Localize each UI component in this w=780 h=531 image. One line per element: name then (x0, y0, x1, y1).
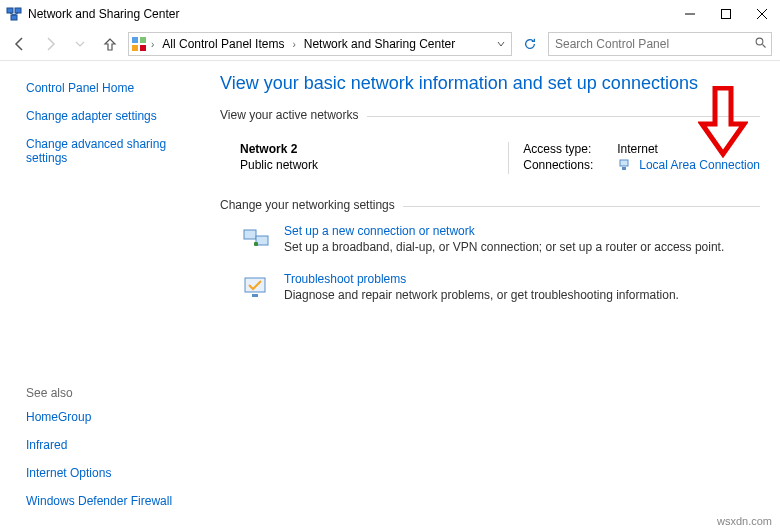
window-title: Network and Sharing Center (28, 7, 672, 21)
search-input[interactable] (553, 36, 755, 52)
footer-watermark: wsxdn.com (717, 515, 772, 527)
active-network-row: Network 2 Public network Access type: In… (220, 142, 760, 174)
sidebar-link-advanced[interactable]: Change advanced sharing settings (26, 137, 186, 165)
close-button[interactable] (744, 0, 780, 28)
connections-label: Connections: (523, 158, 609, 172)
breadcrumb[interactable]: › All Control Panel Items › Network and … (128, 32, 512, 56)
svg-rect-15 (620, 160, 628, 166)
svg-rect-1 (15, 8, 21, 13)
troubleshoot-row: Troubleshoot problems Diagnose and repai… (220, 272, 760, 304)
access-type-label: Access type: (523, 142, 609, 156)
svg-rect-12 (140, 45, 146, 51)
maximize-button[interactable] (708, 0, 744, 28)
seealso-firewall[interactable]: Windows Defender Firewall (26, 494, 200, 508)
svg-rect-17 (244, 230, 256, 239)
sidebar-link-adapter[interactable]: Change adapter settings (26, 109, 200, 123)
troubleshoot-link[interactable]: Troubleshoot problems (284, 272, 679, 286)
recent-dropdown[interactable] (68, 32, 92, 56)
seealso-internet-options[interactable]: Internet Options (26, 466, 200, 480)
breadcrumb-seg-1[interactable]: All Control Panel Items (158, 37, 288, 51)
setup-connection-row: Set up a new connection or network Set u… (220, 224, 760, 256)
see-also-header: See also (26, 386, 200, 400)
network-type: Public network (240, 158, 508, 172)
network-name: Network 2 (240, 142, 508, 156)
svg-rect-19 (245, 278, 265, 292)
up-button[interactable] (98, 32, 122, 56)
app-icon (6, 6, 22, 22)
svg-rect-6 (722, 10, 731, 19)
troubleshoot-desc: Diagnose and repair network problems, or… (284, 288, 679, 302)
ethernet-icon (617, 158, 631, 172)
forward-button[interactable] (38, 32, 62, 56)
body: Control Panel Home Change adapter settin… (0, 61, 780, 531)
minimize-button[interactable] (672, 0, 708, 28)
setup-connection-link[interactable]: Set up a new connection or network (284, 224, 724, 238)
setup-connection-icon (240, 224, 272, 256)
window-controls (672, 0, 780, 28)
sidebar-link-home[interactable]: Control Panel Home (26, 81, 200, 95)
svg-line-14 (763, 44, 766, 47)
svg-rect-10 (140, 37, 146, 43)
svg-rect-20 (252, 294, 258, 297)
main: View your basic network information and … (210, 61, 780, 531)
seealso-infrared[interactable]: Infrared (26, 438, 200, 452)
chevron-right-icon[interactable]: › (290, 39, 297, 50)
control-panel-icon (131, 36, 147, 52)
search-box[interactable] (548, 32, 772, 56)
svg-rect-11 (132, 45, 138, 51)
svg-rect-2 (11, 15, 17, 20)
access-type-value: Internet (617, 142, 658, 156)
breadcrumb-dropdown[interactable] (493, 39, 509, 50)
seealso-homegroup[interactable]: HomeGroup (26, 410, 200, 424)
refresh-button[interactable] (518, 32, 542, 56)
chevron-right-icon[interactable]: › (149, 39, 156, 50)
active-networks-label: View your active networks (220, 108, 359, 122)
page-title: View your basic network information and … (220, 73, 760, 94)
search-icon[interactable] (755, 37, 767, 52)
svg-point-13 (756, 38, 763, 45)
annotation-arrow (698, 86, 748, 161)
sidebar: Control Panel Home Change adapter settin… (0, 61, 210, 531)
titlebar: Network and Sharing Center (0, 0, 780, 28)
toolbar: › All Control Panel Items › Network and … (0, 28, 780, 60)
setup-connection-desc: Set up a broadband, dial-up, or VPN conn… (284, 240, 724, 254)
breadcrumb-seg-2[interactable]: Network and Sharing Center (300, 37, 459, 51)
change-settings-label: Change your networking settings (220, 198, 395, 212)
svg-rect-9 (132, 37, 138, 43)
svg-rect-16 (622, 167, 626, 170)
troubleshoot-icon (240, 272, 272, 304)
back-button[interactable] (8, 32, 32, 56)
svg-rect-0 (7, 8, 13, 13)
